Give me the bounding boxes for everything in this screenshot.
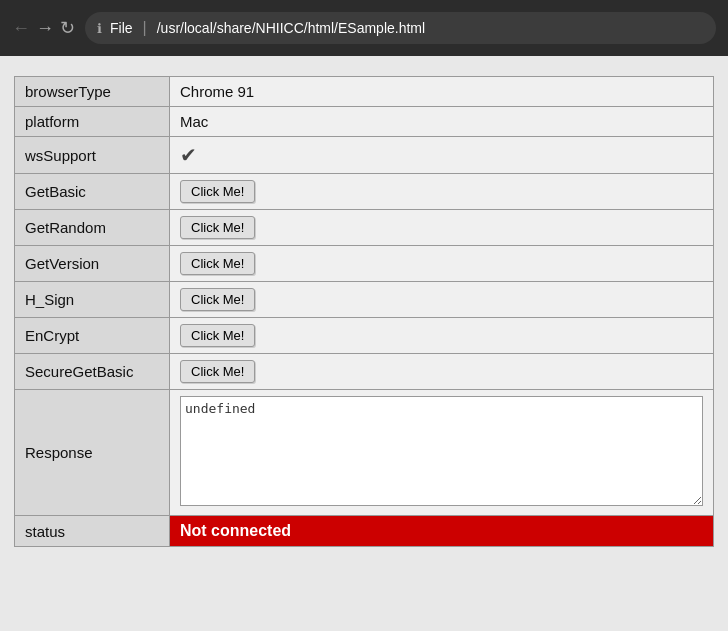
row-value: Click Me! bbox=[170, 174, 714, 210]
table-row: wsSupport✔ bbox=[15, 137, 714, 174]
back-button[interactable]: ← bbox=[12, 19, 30, 37]
file-label: File bbox=[110, 20, 133, 36]
nav-buttons: ← → ↻ bbox=[12, 19, 75, 37]
row-value: Click Me! bbox=[170, 354, 714, 390]
reload-button[interactable]: ↻ bbox=[60, 19, 75, 37]
table-row: GetBasicClick Me! bbox=[15, 174, 714, 210]
click-me-button-getrandom[interactable]: Click Me! bbox=[180, 216, 255, 239]
browser-chrome: ← → ↻ ℹ File | /usr/local/share/NHIICC/h… bbox=[0, 0, 728, 56]
row-value: Click Me! bbox=[170, 246, 714, 282]
table-row: SecureGetBasicClick Me! bbox=[15, 354, 714, 390]
row-label: Response bbox=[15, 390, 170, 516]
row-label: H_Sign bbox=[15, 282, 170, 318]
row-value: Mac bbox=[170, 107, 714, 137]
click-me-button-getbasic[interactable]: Click Me! bbox=[180, 180, 255, 203]
table-row: GetRandomClick Me! bbox=[15, 210, 714, 246]
forward-button[interactable]: → bbox=[36, 19, 54, 37]
info-icon: ℹ bbox=[97, 21, 102, 36]
row-value: Click Me! bbox=[170, 318, 714, 354]
row-label: GetRandom bbox=[15, 210, 170, 246]
table-row: EnCryptClick Me! bbox=[15, 318, 714, 354]
address-path: /usr/local/share/NHIICC/html/ESample.htm… bbox=[157, 20, 425, 36]
address-separator: | bbox=[143, 19, 147, 37]
click-me-button-securegetbasic[interactable]: Click Me! bbox=[180, 360, 255, 383]
info-table: browserTypeChrome 91platformMacwsSupport… bbox=[14, 76, 714, 547]
row-value[interactable] bbox=[170, 390, 714, 516]
row-label: SecureGetBasic bbox=[15, 354, 170, 390]
table-row: H_SignClick Me! bbox=[15, 282, 714, 318]
row-label: status bbox=[15, 516, 170, 547]
row-value: Click Me! bbox=[170, 282, 714, 318]
row-value: Not connected bbox=[170, 516, 714, 547]
address-bar[interactable]: ℹ File | /usr/local/share/NHIICC/html/ES… bbox=[85, 12, 716, 44]
table-row: platformMac bbox=[15, 107, 714, 137]
table-row: browserTypeChrome 91 bbox=[15, 77, 714, 107]
row-label: platform bbox=[15, 107, 170, 137]
row-value: Chrome 91 bbox=[170, 77, 714, 107]
row-value: Click Me! bbox=[170, 210, 714, 246]
click-me-button-encrypt[interactable]: Click Me! bbox=[180, 324, 255, 347]
table-row: Response bbox=[15, 390, 714, 516]
click-me-button-getversion[interactable]: Click Me! bbox=[180, 252, 255, 275]
ws-support-checkbox: ✔ bbox=[180, 144, 197, 166]
table-row: statusNot connected bbox=[15, 516, 714, 547]
row-label: GetBasic bbox=[15, 174, 170, 210]
response-textarea[interactable] bbox=[180, 396, 703, 506]
row-value: ✔ bbox=[170, 137, 714, 174]
row-label: EnCrypt bbox=[15, 318, 170, 354]
table-row: GetVersionClick Me! bbox=[15, 246, 714, 282]
click-me-button-h-sign[interactable]: Click Me! bbox=[180, 288, 255, 311]
row-label: browserType bbox=[15, 77, 170, 107]
row-label: GetVersion bbox=[15, 246, 170, 282]
page-content: browserTypeChrome 91platformMacwsSupport… bbox=[0, 56, 728, 561]
row-label: wsSupport bbox=[15, 137, 170, 174]
